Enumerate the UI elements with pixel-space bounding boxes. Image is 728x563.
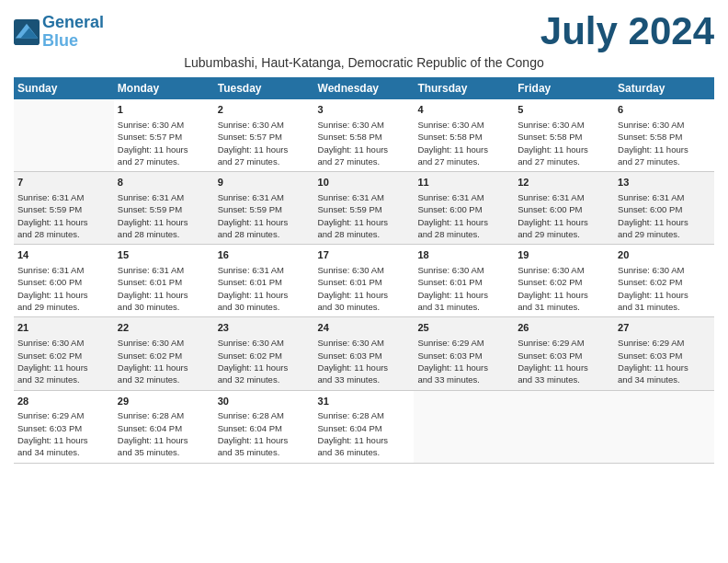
calendar-cell: 19Sunrise: 6:30 AMSunset: 6:02 PMDayligh…	[514, 245, 614, 317]
day-info: Sunrise: 6:30 AMSunset: 5:57 PMDaylight:…	[118, 119, 210, 167]
calendar-week-2: 7Sunrise: 6:31 AMSunset: 5:59 PMDaylight…	[14, 172, 714, 245]
day-number: 31	[318, 395, 411, 409]
calendar-week-1: 1Sunrise: 6:30 AMSunset: 5:57 PMDaylight…	[14, 99, 714, 172]
day-info: Sunrise: 6:31 AMSunset: 6:00 PMDaylight:…	[417, 191, 510, 240]
day-number: 5	[518, 103, 610, 118]
calendar-cell: 2Sunrise: 6:30 AMSunset: 5:57 PMDaylight…	[214, 99, 314, 172]
day-info: Sunrise: 6:31 AMSunset: 6:00 PMDaylight:…	[518, 191, 610, 240]
day-header-friday: Friday	[514, 77, 614, 99]
calendar-cell: 29Sunrise: 6:28 AMSunset: 6:04 PMDayligh…	[114, 390, 214, 463]
calendar-cell	[614, 390, 714, 463]
calendar-week-5: 28Sunrise: 6:29 AMSunset: 6:03 PMDayligh…	[14, 390, 714, 463]
calendar-cell: 24Sunrise: 6:30 AMSunset: 6:03 PMDayligh…	[314, 317, 415, 390]
day-info: Sunrise: 6:30 AMSunset: 6:02 PMDaylight:…	[518, 264, 610, 313]
day-header-wednesday: Wednesday	[314, 77, 415, 99]
calendar-cell: 9Sunrise: 6:31 AMSunset: 5:59 PMDaylight…	[214, 172, 314, 245]
day-number: 10	[318, 176, 411, 190]
calendar-cell: 13Sunrise: 6:31 AMSunset: 6:00 PMDayligh…	[614, 172, 714, 245]
day-info: Sunrise: 6:30 AMSunset: 6:02 PMDaylight:…	[118, 337, 210, 385]
day-number: 7	[17, 176, 110, 190]
day-number: 13	[618, 176, 711, 190]
day-number: 22	[118, 321, 210, 336]
calendar-cell: 31Sunrise: 6:28 AMSunset: 6:04 PMDayligh…	[314, 390, 415, 463]
logo: General Blue	[14, 14, 104, 51]
day-number: 26	[518, 321, 610, 336]
day-number: 30	[218, 395, 311, 409]
calendar-cell: 1Sunrise: 6:30 AMSunset: 5:57 PMDaylight…	[114, 99, 214, 172]
calendar-cell: 11Sunrise: 6:31 AMSunset: 6:00 PMDayligh…	[414, 172, 514, 245]
day-number: 27	[618, 321, 711, 336]
calendar-cell: 5Sunrise: 6:30 AMSunset: 5:58 PMDaylight…	[514, 99, 614, 172]
day-info: Sunrise: 6:31 AMSunset: 6:01 PMDaylight:…	[218, 264, 311, 313]
day-info: Sunrise: 6:29 AMSunset: 6:03 PMDaylight:…	[417, 337, 510, 385]
day-info: Sunrise: 6:30 AMSunset: 6:01 PMDaylight:…	[417, 264, 510, 313]
day-info: Sunrise: 6:30 AMSunset: 6:02 PMDaylight:…	[618, 264, 711, 313]
calendar-cell: 17Sunrise: 6:30 AMSunset: 6:01 PMDayligh…	[314, 245, 415, 317]
day-number: 4	[417, 103, 510, 118]
day-info: Sunrise: 6:30 AMSunset: 5:58 PMDaylight:…	[417, 119, 510, 167]
day-number: 15	[118, 248, 210, 263]
day-number: 20	[618, 248, 711, 263]
calendar-cell: 30Sunrise: 6:28 AMSunset: 6:04 PMDayligh…	[214, 390, 314, 463]
day-info: Sunrise: 6:31 AMSunset: 5:59 PMDaylight:…	[318, 191, 411, 240]
calendar-cell: 14Sunrise: 6:31 AMSunset: 6:00 PMDayligh…	[14, 245, 114, 317]
day-number: 8	[118, 176, 210, 190]
calendar-cell: 20Sunrise: 6:30 AMSunset: 6:02 PMDayligh…	[614, 245, 714, 317]
day-number: 18	[417, 248, 510, 263]
calendar-header-row: SundayMondayTuesdayWednesdayThursdayFrid…	[14, 77, 714, 99]
day-number: 17	[318, 248, 411, 263]
calendar-cell: 28Sunrise: 6:29 AMSunset: 6:03 PMDayligh…	[14, 390, 114, 463]
calendar-cell: 16Sunrise: 6:31 AMSunset: 6:01 PMDayligh…	[214, 245, 314, 317]
day-number: 14	[17, 248, 110, 263]
day-info: Sunrise: 6:30 AMSunset: 5:58 PMDaylight:…	[618, 119, 711, 167]
day-info: Sunrise: 6:31 AMSunset: 6:01 PMDaylight:…	[118, 264, 210, 313]
month-year-title: July 2024	[540, 9, 714, 53]
day-info: Sunrise: 6:31 AMSunset: 5:59 PMDaylight:…	[118, 191, 210, 240]
calendar-week-4: 21Sunrise: 6:30 AMSunset: 6:02 PMDayligh…	[14, 317, 714, 390]
day-number: 12	[518, 176, 610, 190]
calendar-cell: 23Sunrise: 6:30 AMSunset: 6:02 PMDayligh…	[214, 317, 314, 390]
calendar-cell	[514, 390, 614, 463]
day-number: 9	[218, 176, 311, 190]
day-info: Sunrise: 6:30 AMSunset: 6:02 PMDaylight:…	[218, 337, 311, 385]
calendar-cell: 6Sunrise: 6:30 AMSunset: 5:58 PMDaylight…	[614, 99, 714, 172]
calendar-week-3: 14Sunrise: 6:31 AMSunset: 6:00 PMDayligh…	[14, 245, 714, 317]
day-info: Sunrise: 6:28 AMSunset: 6:04 PMDaylight:…	[218, 409, 311, 458]
calendar-cell: 12Sunrise: 6:31 AMSunset: 6:00 PMDayligh…	[514, 172, 614, 245]
day-info: Sunrise: 6:31 AMSunset: 6:00 PMDaylight:…	[17, 264, 110, 313]
day-header-sunday: Sunday	[14, 77, 114, 99]
day-number: 11	[417, 176, 510, 190]
day-info: Sunrise: 6:30 AMSunset: 6:03 PMDaylight:…	[318, 337, 411, 385]
day-number: 28	[17, 395, 110, 409]
day-number: 21	[17, 321, 110, 336]
day-header-thursday: Thursday	[414, 77, 514, 99]
calendar-cell	[14, 99, 114, 172]
calendar-body: 1Sunrise: 6:30 AMSunset: 5:57 PMDaylight…	[14, 99, 714, 463]
day-number: 16	[218, 248, 311, 263]
day-number: 3	[318, 103, 411, 118]
day-number: 25	[417, 321, 510, 336]
day-info: Sunrise: 6:30 AMSunset: 5:57 PMDaylight:…	[218, 119, 311, 167]
calendar-cell: 25Sunrise: 6:29 AMSunset: 6:03 PMDayligh…	[414, 317, 514, 390]
day-number: 19	[518, 248, 610, 263]
day-number: 1	[118, 103, 210, 118]
calendar-table: SundayMondayTuesdayWednesdayThursdayFrid…	[14, 77, 714, 464]
day-info: Sunrise: 6:30 AMSunset: 6:01 PMDaylight:…	[318, 264, 411, 313]
day-info: Sunrise: 6:28 AMSunset: 6:04 PMDaylight:…	[318, 409, 411, 458]
logo-icon	[14, 19, 40, 45]
day-info: Sunrise: 6:31 AMSunset: 6:00 PMDaylight:…	[618, 191, 711, 240]
day-info: Sunrise: 6:31 AMSunset: 5:59 PMDaylight:…	[218, 191, 311, 240]
day-info: Sunrise: 6:28 AMSunset: 6:04 PMDaylight:…	[118, 409, 210, 458]
day-number: 6	[618, 103, 711, 118]
day-info: Sunrise: 6:29 AMSunset: 6:03 PMDaylight:…	[618, 337, 711, 385]
day-info: Sunrise: 6:30 AMSunset: 5:58 PMDaylight:…	[318, 119, 411, 167]
day-info: Sunrise: 6:29 AMSunset: 6:03 PMDaylight:…	[17, 409, 110, 458]
calendar-cell: 10Sunrise: 6:31 AMSunset: 5:59 PMDayligh…	[314, 172, 415, 245]
day-number: 23	[218, 321, 311, 336]
day-info: Sunrise: 6:30 AMSunset: 5:58 PMDaylight:…	[518, 119, 610, 167]
day-number: 29	[118, 395, 210, 409]
day-header-monday: Monday	[114, 77, 214, 99]
calendar-cell: 3Sunrise: 6:30 AMSunset: 5:58 PMDaylight…	[314, 99, 415, 172]
calendar-cell: 8Sunrise: 6:31 AMSunset: 5:59 PMDaylight…	[114, 172, 214, 245]
page-header: General Blue July 2024	[14, 9, 714, 53]
